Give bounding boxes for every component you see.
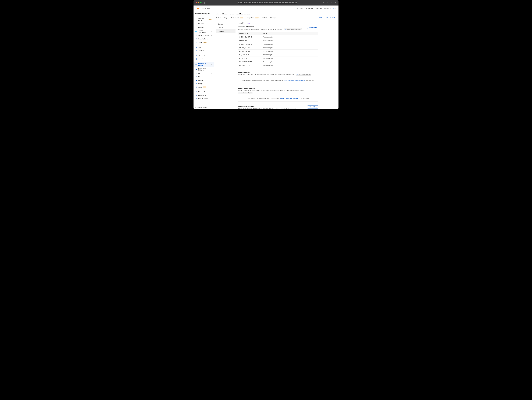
- url-bar[interactable]: 🔒 dash.cloudflare.com/2b0a49e80e2c9fd839…: [238, 1, 297, 4]
- minimize-window-button[interactable]: [198, 2, 199, 3]
- forward-button[interactable]: ›: [210, 2, 212, 4]
- durable-docs-chip[interactable]: 🗎 Using Durable Objects: [238, 92, 253, 94]
- settings-nav-general[interactable]: General: [216, 22, 235, 26]
- sidebar-item-workers-pages[interactable]: ⬡Workers & Pages▾: [194, 62, 214, 67]
- beta-badge: Beta: [203, 86, 206, 88]
- var-name: AKENEO_PASSWORD: [238, 43, 262, 46]
- redirects-icon: ⇵: [195, 98, 197, 100]
- tab-manage[interactable]: Manage: [270, 16, 276, 20]
- tab-metrics[interactable]: Metrics: [216, 16, 221, 20]
- sidebar-item-notifications[interactable]: ⚑Notifications: [194, 94, 214, 97]
- sidebar-item-images[interactable]: ▣Images: [194, 82, 214, 85]
- var-value-encrypted: Value encrypted: [262, 43, 318, 46]
- table-header-name: Variable name: [238, 32, 262, 35]
- edit-code-button[interactable]: </> Edit Code: [325, 16, 336, 19]
- user-menu[interactable]: 👤 ▾: [333, 7, 336, 9]
- sidebar-item-label: Trace: [198, 42, 202, 43]
- caret-down-icon: ▾: [211, 58, 212, 60]
- var-name: AKENEO_CLIENT_ID: [238, 35, 262, 39]
- doc-icon: 🗎: [285, 29, 286, 30]
- sidebar-item-area-1[interactable]: ▦Area 1▾: [194, 57, 214, 61]
- sidebar-item-label: Calls: [198, 86, 202, 88]
- calls-icon: ✆: [195, 86, 197, 88]
- tab-deployments[interactable]: DeploymentsBeta: [230, 16, 244, 20]
- sidebar-item-waf[interactable]: ◉WAF: [194, 45, 214, 49]
- section-desc: Separate configuration values from a Wor…: [238, 28, 282, 30]
- caret-down-icon: ▾: [336, 7, 336, 9]
- table-row: CF_ACCOUNTIDValue encrypted: [238, 53, 318, 57]
- mtls-docs-chip[interactable]: 🗎 Using mTLS certificates: [296, 74, 311, 75]
- search-icon: 🔍: [296, 7, 298, 9]
- breadcrumb-parent[interactable]: Workers & Pages: [216, 13, 228, 15]
- sidebar-item-manage-account[interactable]: ⚙Manage Account▾: [194, 90, 214, 94]
- r2-icon: ≡: [195, 76, 197, 78]
- account-email[interactable]: Russellkmoore@ma…: [194, 11, 214, 16]
- durable-empty-state: There are no Durable Objects created. Ch…: [238, 95, 318, 102]
- sidebar-item-bulk-redirects[interactable]: ⇵Bulk Redirects: [194, 97, 214, 100]
- maximize-window-button[interactable]: [200, 2, 202, 3]
- sidebar-item-ai[interactable]: ✧AI▾: [194, 72, 214, 75]
- platforms-icon: ⬢: [195, 68, 197, 70]
- tab-settings[interactable]: Settings: [261, 16, 267, 20]
- edit-kv-button[interactable]: Edit variables: [307, 106, 318, 108]
- sidebar-item-workers-for-platforms[interactable]: ⬢Workers for Platforms: [194, 67, 214, 72]
- durable-docs-link[interactable]: Durable Objects documentation ↗: [280, 98, 300, 99]
- new-tab-icon[interactable]: +: [330, 2, 333, 4]
- var-name: CF_CATEGORYKVID: [238, 60, 262, 64]
- doc-icon: 🗎: [239, 92, 240, 94]
- sidebar-item-discover[interactable]: ✦Discover: [194, 25, 214, 29]
- kv-section: KV Namespace Bindings Bind an instance o…: [238, 106, 318, 109]
- plus-icon: ✚: [306, 7, 307, 9]
- tabs-icon[interactable]: ⧉: [334, 2, 336, 4]
- sidebar-item-label: Images: [198, 83, 203, 85]
- latest-badge: Latest: [247, 22, 250, 24]
- sidebar-item-security-center[interactable]: ⚙Security Center▾: [194, 37, 214, 41]
- settings-nav-variables[interactable]: Variables: [216, 29, 235, 33]
- var-name: AKENEO_HOST: [238, 39, 262, 42]
- sidebar-item-zero-trust[interactable]: ◈Zero Trust: [194, 54, 214, 57]
- add-site-button[interactable]: ✚ Add site: [306, 7, 313, 9]
- external-link-icon: ↗: [304, 80, 305, 81]
- durable-objects-section: Durable Object Bindings Bind an instance…: [238, 87, 318, 102]
- table-row: AKENEO_PASSWORDValue encrypted: [238, 43, 318, 46]
- sidebar-item-label: Notifications: [198, 94, 206, 96]
- var-value-encrypted: Value encrypted: [262, 46, 318, 50]
- settings-nav-triggers[interactable]: Triggers: [216, 26, 235, 29]
- section-desc: Bind an instance of a Durable Object nam…: [238, 90, 304, 91]
- edit-env-vars-button[interactable]: Edit variables: [307, 26, 318, 29]
- sidebar-item-domain-registration[interactable]: 🌐Domain Registration▾: [194, 29, 214, 34]
- sidebar-item-websites[interactable]: ▭Websites: [194, 22, 214, 25]
- sidebar-item-calls[interactable]: ✆CallsBeta: [194, 85, 214, 89]
- sidebar-item-stream[interactable]: ☁Stream: [194, 78, 214, 82]
- caret-down-icon: ▾: [211, 38, 212, 40]
- caret-down-icon: ▾: [211, 31, 212, 32]
- close-window-button[interactable]: [196, 2, 197, 3]
- cloudflare-logo[interactable]: CLOUDFLARE: [196, 7, 210, 9]
- kv-docs-chip[interactable]: 🗎 Using KV Namespaces: [281, 108, 296, 109]
- language-menu[interactable]: English ▾: [324, 7, 331, 9]
- tab-logs[interactable]: Logs: [224, 16, 228, 20]
- goto-search[interactable]: 🔍 Go to...: [296, 7, 304, 9]
- sidebar-toggle-icon[interactable]: ▤: [204, 2, 206, 4]
- sidebar-item-trace[interactable]: ⇄TraceBeta: [194, 41, 214, 44]
- sidebar-item-label: Domain Registration: [198, 30, 210, 33]
- sidebar-item-r2[interactable]: ≡R2▾: [194, 75, 214, 78]
- sidebar-item-label: AI: [198, 73, 200, 74]
- visit-link[interactable]: Visit ↗: [319, 17, 323, 19]
- zerotrust-icon: ◈: [195, 54, 197, 56]
- sidebar-item-analytics-logs[interactable]: ⦿Analytics & Logs▾: [194, 34, 214, 37]
- back-button[interactable]: ‹: [207, 2, 209, 4]
- mtls-docs-link[interactable]: mTLS certificates documentation ↗: [284, 79, 305, 81]
- caret-down-icon: ▾: [330, 7, 331, 9]
- table-row: CF_APITOKENValue encrypted: [238, 57, 318, 60]
- app-topbar: CLOUDFLARE 🔍 Go to... ✚ Add site Support…: [194, 6, 338, 11]
- sidebar: Russellkmoore@ma… ⌂Account HomeBeta▭Webs…: [194, 11, 214, 109]
- env-vars-docs-chip[interactable]: 🗎 Using Environment Variables: [284, 28, 302, 30]
- download-icon[interactable]: ⊕: [323, 2, 325, 4]
- share-icon[interactable]: ⇧: [326, 2, 329, 4]
- tab-integrations[interactable]: IntegrationsBeta: [246, 16, 259, 20]
- sidebar-item-account-home[interactable]: ⌂Account HomeBeta: [194, 17, 214, 22]
- sidebar-item-turnstile[interactable]: ↻Turnstile: [194, 49, 214, 52]
- support-menu[interactable]: Support ▾: [316, 7, 322, 9]
- collapse-sidebar-button[interactable]: « Collapse sidebar: [194, 105, 214, 109]
